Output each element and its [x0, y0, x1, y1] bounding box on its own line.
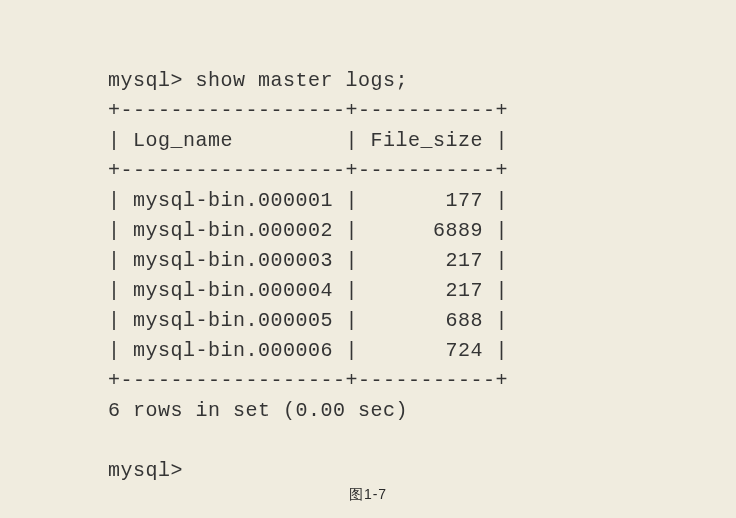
cell-logname-0: mysql-bin.000001 — [133, 189, 333, 212]
col-header-logname: Log_name — [133, 129, 233, 152]
summary-line: 6 rows in set (0.00 sec) — [108, 399, 408, 422]
cell-filesize-0: 177 — [446, 189, 484, 212]
cell-filesize-3: 217 — [446, 279, 484, 302]
cell-logname-5: mysql-bin.000006 — [133, 339, 333, 362]
cell-filesize-5: 724 — [446, 339, 484, 362]
cell-filesize-1: 6889 — [433, 219, 483, 242]
mysql-terminal: mysql> show master logs; +--------------… — [108, 36, 508, 486]
cell-filesize-2: 217 — [446, 249, 484, 272]
cell-logname-4: mysql-bin.000005 — [133, 309, 333, 332]
col-header-filesize: File_size — [371, 129, 484, 152]
cell-logname-1: mysql-bin.000002 — [133, 219, 333, 242]
cell-filesize-4: 688 — [446, 309, 484, 332]
figure-caption: 图1-7 — [0, 486, 736, 504]
prompt-2: mysql> — [108, 459, 183, 482]
command: show master logs; — [196, 69, 409, 92]
cell-logname-2: mysql-bin.000003 — [133, 249, 333, 272]
cell-logname-3: mysql-bin.000004 — [133, 279, 333, 302]
prompt-1: mysql> — [108, 69, 183, 92]
